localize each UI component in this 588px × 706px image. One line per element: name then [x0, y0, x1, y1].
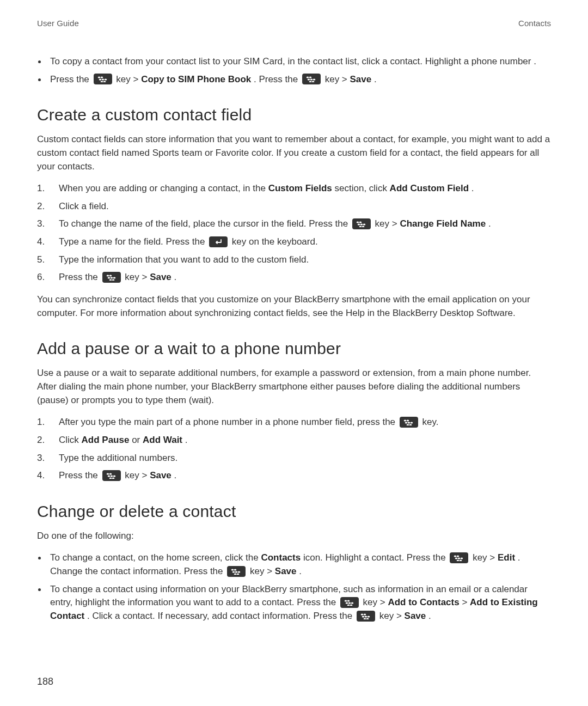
svg-point-44 — [455, 557, 458, 559]
section-outro: You can synchronize contact fields that … — [37, 293, 551, 320]
svg-point-55 — [237, 573, 240, 575]
blackberry-menu-key-icon — [450, 552, 468, 563]
body-text: Press the — [59, 470, 101, 480]
body-text: . — [174, 470, 177, 480]
header-right: Contacts — [518, 19, 551, 28]
svg-point-15 — [359, 221, 362, 223]
body-text: section, click — [335, 183, 390, 193]
svg-point-22 — [109, 275, 112, 276]
svg-point-45 — [458, 557, 461, 559]
svg-point-26 — [109, 279, 112, 281]
body-text: Click a field. — [59, 201, 109, 211]
body-text: . — [185, 435, 188, 445]
menu-path-item: Save — [405, 611, 426, 621]
svg-point-23 — [107, 277, 110, 278]
menu-path-item: Copy to SIM Phone Book — [141, 74, 251, 84]
svg-point-67 — [367, 616, 370, 617]
svg-point-68 — [364, 618, 366, 619]
body-text: key > — [125, 470, 150, 480]
svg-point-37 — [107, 475, 110, 477]
svg-point-39 — [113, 475, 115, 477]
svg-point-30 — [405, 422, 407, 423]
list-item: 3. Type the additional numbers. — [37, 452, 551, 465]
menu-path-item: Save — [275, 566, 297, 576]
svg-point-5 — [100, 81, 103, 83]
header-left: User Guide — [37, 19, 79, 28]
svg-point-1 — [100, 77, 103, 78]
step-number: 1. — [37, 182, 45, 196]
svg-point-10 — [310, 79, 313, 81]
svg-point-38 — [110, 475, 113, 477]
svg-point-61 — [347, 604, 350, 606]
blackberry-menu-key-icon — [340, 597, 359, 608]
enter-key-icon — [209, 236, 228, 247]
list-item: 1. When you are adding or changing a con… — [37, 182, 551, 196]
svg-point-6 — [103, 81, 106, 83]
svg-point-27 — [112, 279, 114, 281]
body-text: key > — [473, 552, 498, 563]
body-text: icon. Highlight a contact. Press the — [303, 552, 448, 563]
menu-path-item: Change Field Name — [400, 218, 486, 229]
list-item: 2. Click a field. — [37, 200, 551, 214]
svg-point-12 — [309, 81, 312, 83]
ui-label: Add Wait — [143, 435, 182, 445]
body-text: Press the — [59, 272, 101, 282]
svg-point-17 — [360, 223, 363, 225]
step-number: 4. — [37, 469, 45, 483]
step-number: 4. — [37, 235, 45, 249]
section-intro: Do one of the following: — [37, 530, 551, 543]
list-item: 3. To change the name of the field, plac… — [37, 217, 551, 231]
menu-path-item: Save — [350, 74, 372, 84]
svg-point-57 — [347, 600, 350, 601]
body-text: or — [132, 435, 143, 445]
svg-point-7 — [307, 77, 309, 78]
ui-label: Add Pause — [82, 435, 130, 445]
svg-point-48 — [460, 559, 462, 561]
body-text: . — [471, 183, 474, 193]
step-number: 1. — [37, 416, 45, 429]
svg-point-40 — [109, 477, 112, 479]
list-item: 4. Type a name for the field. Press the … — [37, 235, 551, 249]
svg-point-34 — [409, 424, 412, 425]
blackberry-menu-key-icon — [302, 74, 321, 84]
section-heading: Create a custom contact field — [37, 106, 551, 124]
body-text: To change the name of the field, place t… — [59, 218, 351, 229]
body-text: . — [428, 611, 431, 621]
intro-bullet-list: To copy a contact from your contact list… — [37, 55, 551, 86]
page-header: User Guide Contacts — [37, 19, 551, 28]
section-intro: Custom contact fields can store informat… — [37, 133, 551, 173]
menu-path-item: Save — [150, 470, 171, 480]
svg-point-11 — [313, 79, 316, 81]
blackberry-menu-key-icon — [352, 218, 371, 229]
list-item: To change a contact, on the home screen,… — [47, 551, 551, 578]
body-text: To change a contact, on the home screen,… — [50, 552, 261, 563]
svg-point-2 — [99, 79, 101, 81]
body-text: . Press the — [254, 74, 301, 84]
blackberry-menu-key-icon — [357, 611, 375, 622]
step-list: 1. When you are adding or changing a con… — [37, 182, 551, 284]
body-text: . Click a contact. If necessary, add con… — [87, 611, 355, 621]
svg-point-63 — [361, 613, 364, 615]
svg-point-8 — [309, 77, 312, 78]
step-number: 2. — [37, 434, 45, 447]
list-item: 1. After you type the main part of a pho… — [37, 416, 551, 429]
svg-point-43 — [457, 555, 460, 557]
step-list: 1. After you type the main part of a pho… — [37, 416, 551, 483]
svg-point-62 — [350, 604, 353, 606]
step-number: 2. — [37, 200, 45, 214]
svg-point-33 — [406, 424, 409, 425]
svg-point-66 — [365, 616, 367, 617]
svg-point-4 — [104, 79, 107, 81]
body-text: . — [174, 272, 177, 282]
svg-point-46 — [461, 557, 463, 559]
body-text: key > — [379, 611, 405, 621]
list-item: 4. Press the key > Save . — [37, 469, 551, 483]
svg-point-9 — [308, 79, 310, 81]
svg-point-60 — [351, 602, 354, 604]
body-text: To copy a contact from your contact list… — [50, 56, 536, 66]
option-bullet-list: To change a contact, on the home screen,… — [37, 551, 551, 623]
svg-point-24 — [110, 277, 113, 278]
body-text: key > — [375, 218, 400, 229]
body-text: key on the keyboard. — [232, 236, 318, 247]
svg-point-69 — [366, 618, 369, 619]
